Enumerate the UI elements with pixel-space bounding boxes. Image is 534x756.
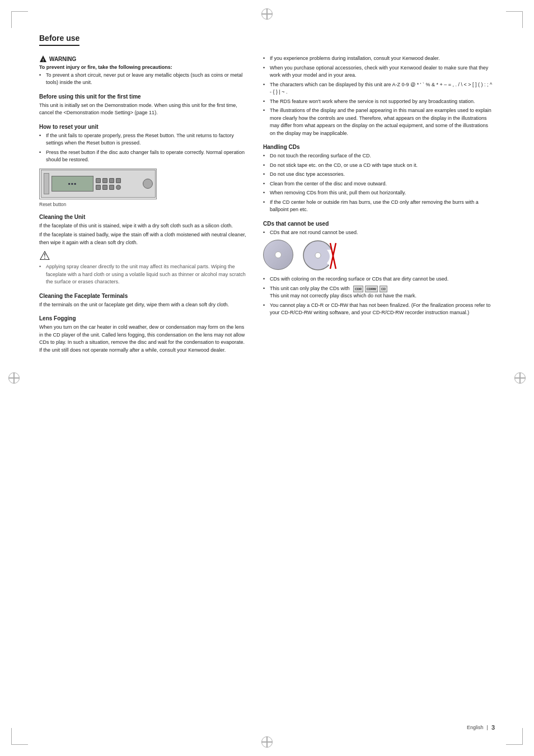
crosshair-left [8, 372, 20, 384]
list-item: This unit can only play the CDs with CDR… [263, 285, 495, 300]
page: Before use ! WARNING To prevent injury o… [0, 0, 534, 756]
list-item: To prevent a short circuit, never put or… [39, 72, 246, 87]
cleaning-unit-body2: If the faceplate is stained badly, wipe … [39, 231, 246, 246]
first-time-body: This unit is initially set on the Demons… [39, 102, 246, 117]
list-item: When you purchase optional accessories, … [263, 64, 495, 80]
main-content: ! WARNING To prevent injury or fire, tak… [39, 55, 495, 361]
list-item: CDs that are not round cannot be used. [263, 229, 495, 237]
cd-irregular-image [301, 240, 338, 272]
reset-bullets: If the unit fails to operate properly, p… [39, 132, 246, 164]
list-item: The RDS feature won't work where the ser… [263, 98, 495, 106]
cleaning-unit-body1: If the faceplate of this unit is stained… [39, 222, 246, 230]
cleaning-faceplate-body: If the terminals on the unit or faceplat… [39, 301, 246, 309]
handling-cds-bullets: Do not touch the recording surface of th… [263, 152, 495, 214]
crosshair-bottom [261, 736, 273, 748]
list-item: Press the reset button if the disc auto … [39, 149, 246, 164]
svg-point-3 [315, 253, 321, 258]
cert-logo-2: CDRW [365, 286, 378, 292]
list-item: When removing CDs from this unit, pull t… [263, 189, 495, 197]
left-column: ! WARNING To prevent injury or fire, tak… [39, 55, 246, 361]
page-number: 3 [491, 724, 495, 731]
footer-language: English [467, 725, 484, 730]
device-image: ■ ■ ■ [39, 169, 157, 199]
cert-logo-1: CDR [353, 286, 363, 292]
cd-images [263, 240, 495, 272]
general-bullets: If you experience problems during instal… [263, 55, 495, 137]
footer-separator: | [487, 725, 488, 730]
caution-icon: ⚠ [39, 250, 50, 262]
list-item: Do not use disc type accessories. [263, 171, 495, 179]
cds-not-used-title: CDs that cannot be used [263, 221, 495, 227]
page-footer: English | 3 [467, 724, 495, 731]
reset-section: How to reset your unit If the unit fails… [39, 124, 246, 207]
crosshair-right [514, 372, 526, 384]
page-title: Before use [39, 34, 79, 46]
first-time-section: Before using this unit for the first tim… [39, 94, 246, 117]
cleaning-unit-section: Cleaning the Unit If the faceplate of th… [39, 214, 246, 286]
caution-bullets: Applying spray cleaner directly to the u… [39, 263, 246, 286]
corner-mark-tr [506, 11, 523, 28]
lens-fogging-section: Lens Fogging When you turn on the car he… [39, 315, 246, 354]
list-item: If the CD center hole or outside rim has… [263, 199, 495, 214]
svg-text:!: ! [43, 58, 44, 63]
cd-round-image [263, 240, 296, 272]
list-item: Clean from the center of the disc and mo… [263, 180, 495, 188]
list-item: The illustrations of the display and the… [263, 107, 495, 137]
crosshair-top [261, 8, 273, 20]
warning-label: WARNING [49, 56, 76, 62]
bullet-text-prefix: This unit can only play the CDs with [270, 286, 351, 291]
cleaning-faceplate-section: Cleaning the Faceplate Terminals If the … [39, 293, 246, 309]
list-item: If you experience problems during instal… [263, 55, 495, 63]
lens-fogging-title: Lens Fogging [39, 315, 246, 321]
list-item: CDs with coloring on the recording surfa… [263, 276, 495, 283]
cleaning-faceplate-title: Cleaning the Faceplate Terminals [39, 293, 246, 299]
list-item: Applying spray cleaner directly to the u… [39, 263, 246, 286]
handling-cds-title: Handling CDs [263, 144, 495, 150]
cleaning-unit-title: Cleaning the Unit [39, 214, 246, 220]
warning-triangle-icon: ! [39, 55, 47, 63]
cds-not-used-bullets: CDs that are not round cannot be used. [263, 229, 495, 237]
handling-cds-section: Handling CDs Do not touch the recording … [263, 144, 495, 214]
warning-section: ! WARNING To prevent injury or fire, tak… [39, 55, 246, 87]
corner-mark-br [506, 728, 523, 745]
cert-logo-3: CD [380, 286, 387, 292]
caution-box: ⚠ Applying spray cleaner directly to the… [39, 250, 246, 286]
corner-mark-bl [11, 728, 28, 745]
right-column: If you experience problems during instal… [263, 55, 495, 361]
lens-fogging-body: When you turn on the car heater in cold … [39, 324, 246, 354]
cert-logos: CDR CDRW CD [353, 286, 387, 292]
bullet-text-suffix: This unit may not correctly play discs w… [270, 293, 416, 298]
list-item: Do not stick tape etc. on the CD, or use… [263, 162, 495, 170]
reset-title: How to reset your unit [39, 124, 246, 130]
list-item: You cannot play a CD-R or CD-RW that has… [263, 302, 495, 317]
list-item: The characters which can be displayed by… [263, 81, 495, 96]
list-item: Do not touch the recording surface of th… [263, 152, 495, 160]
list-item: If the unit fails to operate properly, p… [39, 132, 246, 147]
warning-subtitle: To prevent injury or fire, take the foll… [39, 64, 246, 72]
first-time-title: Before using this unit for the first tim… [39, 94, 246, 100]
corner-mark-tl [11, 11, 28, 28]
cds-not-used-extra-bullets: CDs with coloring on the recording surfa… [263, 276, 495, 317]
cds-not-used-section: CDs that cannot be used CDs that are not… [263, 221, 495, 317]
warning-bullets: To prevent a short circuit, never put or… [39, 72, 246, 87]
warning-header: ! WARNING [39, 55, 246, 63]
device-caption: Reset button [39, 202, 246, 207]
